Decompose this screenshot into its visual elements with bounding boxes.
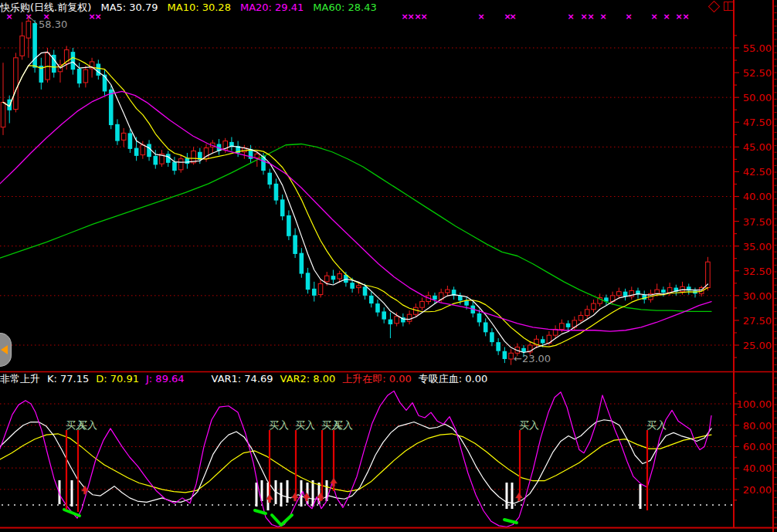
value-axis-label: 20.00 (743, 484, 772, 496)
candle (661, 290, 666, 293)
candle (312, 289, 317, 296)
scatter-cross: × (682, 12, 689, 22)
candle (484, 322, 488, 332)
price-axis-label: 35.00 (743, 241, 772, 252)
candle (121, 133, 126, 140)
candle (464, 300, 469, 305)
indicator-readout: 非常上升 (0, 373, 40, 385)
candle (592, 303, 596, 310)
candle (446, 290, 450, 293)
candle (521, 348, 526, 352)
candle (496, 342, 500, 351)
d-line (0, 434, 711, 493)
candle (128, 133, 133, 149)
candle (680, 286, 685, 291)
candle (178, 159, 183, 170)
candle (477, 313, 482, 323)
scatter-cross: × (650, 12, 657, 22)
candle (134, 148, 139, 156)
indicator-readout: K: 77.15 (47, 373, 89, 385)
indicator-header: 非常上升K: 77.15D: 70.91J: 89.64VAR1: 74.69V… (0, 373, 494, 385)
candle (318, 283, 323, 294)
scatter-cross: × (663, 12, 670, 22)
candle (306, 273, 310, 290)
ma-readout: MA20: 29.41 (240, 2, 304, 13)
price-axis-label: 45.00 (743, 141, 772, 153)
buy-signal-label: 买入 (269, 419, 289, 431)
candles-layer (1, 15, 710, 365)
candle (141, 145, 145, 155)
price-axis-label: 27.50 (743, 315, 772, 327)
candle (655, 290, 660, 293)
candle (255, 154, 260, 158)
chart-canvas[interactable]: ×××××××××××××××××××××58.30←23.00买入买入买入买入… (0, 0, 777, 532)
candle (147, 144, 151, 157)
price-axis-label: 50.00 (743, 92, 772, 103)
diamond-icon[interactable] (708, 0, 721, 12)
scatter-cross: × (587, 12, 594, 22)
candle (97, 64, 101, 76)
left-arrow-icon (1, 345, 8, 354)
candle (280, 199, 285, 216)
price-axis-label: 47.50 (743, 117, 772, 128)
indicator-readout: VAR1: 74.69 (212, 373, 273, 385)
price-axis-label: 40.00 (743, 191, 772, 202)
high-price-callout: 58.30 (39, 19, 67, 30)
candle (153, 156, 158, 165)
price-axis-label: 30.00 (743, 290, 772, 302)
candle (617, 292, 622, 296)
candle (350, 283, 355, 289)
value-axis-label: 80.00 (743, 420, 772, 432)
candle (375, 303, 380, 313)
candle (293, 236, 297, 254)
buy-arrow-icon (516, 493, 523, 501)
candle (382, 311, 386, 319)
candle (267, 173, 272, 185)
window-icons (710, 2, 735, 11)
candle (26, 21, 31, 38)
buy-signal-label: 买入 (333, 419, 353, 431)
candle (324, 276, 329, 282)
candle (83, 69, 88, 83)
scatter-cross: × (580, 12, 587, 22)
candle (185, 158, 190, 164)
scatter-cross: × (675, 12, 682, 22)
split-window-icon[interactable] (724, 2, 735, 11)
buy-signal-label: 买入 (646, 419, 667, 431)
indicator-readout: VAR2: 8.00 (280, 373, 336, 385)
candle (579, 315, 583, 320)
ma-readout: MA10: 30.28 (168, 2, 231, 13)
green-mark (272, 515, 292, 525)
ma60-line (0, 144, 711, 311)
ma-readouts: MA5: 30.79MA10: 30.28MA20: 29.41MA60: 28… (100, 2, 385, 13)
candle (109, 90, 114, 125)
candle (32, 23, 37, 68)
price-axis-label: 55.00 (743, 42, 772, 54)
candle (300, 253, 304, 274)
scatter-cross: × (625, 12, 632, 22)
candle (357, 286, 361, 288)
candle (115, 124, 120, 141)
scatter-cross: × (407, 12, 414, 22)
candle (274, 184, 279, 201)
candle (541, 339, 545, 343)
price-axis-label: 25.00 (743, 340, 772, 351)
price-axis-label: 37.50 (743, 216, 772, 228)
scatter-cross: × (477, 12, 484, 22)
buy-signal-label: 买入 (295, 419, 315, 431)
candle (77, 69, 82, 83)
candle (560, 324, 565, 330)
candle (363, 286, 368, 296)
scatter-cross: × (509, 12, 516, 22)
title-bar: 快乐购(日线.前复权) MA5: 30.79MA10: 30.28MA20: 2… (0, 1, 386, 14)
candle (369, 296, 374, 303)
buy-arrow-icon (304, 493, 310, 501)
stock-app-window: ×××××××××××××××××××××58.30←23.00买入买入买入买入… (0, 0, 777, 532)
scatter-cross: × (420, 12, 427, 22)
candle (1, 103, 5, 127)
candle (407, 314, 412, 321)
candle (14, 58, 19, 110)
j-line (0, 391, 711, 527)
scatter-cross: × (599, 12, 606, 22)
value-axis-label: 60.00 (743, 441, 772, 452)
